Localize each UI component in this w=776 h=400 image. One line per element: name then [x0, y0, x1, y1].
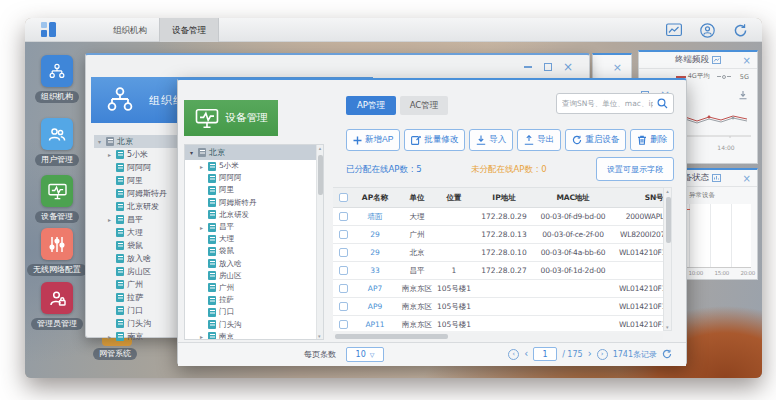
tree-item-label: 阿里: [127, 175, 143, 186]
refresh-icon[interactable]: [733, 23, 748, 38]
tree-item[interactable]: ▸ 大理: [185, 233, 323, 245]
tree-item[interactable]: ▸ 阿阿阿: [185, 172, 323, 184]
tree-item[interactable]: ▸ 昌平: [185, 221, 323, 233]
col-mac[interactable]: MAC地址: [537, 193, 609, 203]
sidebar-item-devices[interactable]: 设备管理: [40, 175, 74, 207]
row-checkbox[interactable]: [339, 248, 348, 257]
first-page-button[interactable]: ‹: [508, 349, 519, 360]
collapse-caret-icon[interactable]: ▾: [188, 149, 195, 156]
collapse-caret-icon[interactable]: ▾: [96, 138, 103, 145]
table-vertical-scrollbar[interactable]: ▴▾: [663, 187, 672, 331]
tree-item[interactable]: ▸ 放入啥: [185, 258, 323, 270]
user-account-icon[interactable]: [700, 23, 715, 38]
delete-button[interactable]: 删除: [630, 129, 674, 151]
expand-caret-icon[interactable]: ▸: [106, 216, 113, 223]
close-icon[interactable]: ×: [743, 173, 751, 184]
top-bar: 组织机构 设备管理: [25, 18, 762, 42]
table-row[interactable]: 墙面 大理 172.28.0.29 00-03-0f-d9-bd-00 2000…: [333, 208, 663, 226]
export-button[interactable]: 导出: [517, 129, 561, 151]
page-size-select[interactable]: 10 ▽: [346, 347, 384, 362]
tree-item[interactable]: ▸ 袋鼠: [185, 245, 323, 257]
device-monitor-icon: [41, 175, 73, 207]
row-checkbox[interactable]: [339, 302, 348, 311]
add-ap-button[interactable]: 新增AP: [346, 129, 400, 151]
table-horizontal-scrollbar[interactable]: [333, 333, 663, 340]
row-checkbox[interactable]: [339, 320, 348, 329]
tree-item[interactable]: ▸ 5小米: [185, 160, 323, 172]
close-icon[interactable]: ×: [613, 61, 622, 74]
mini-chart-icon[interactable]: [712, 174, 721, 182]
close-icon[interactable]: ×: [743, 55, 751, 66]
tree-scrollbar[interactable]: ▴▾: [316, 145, 323, 339]
tree-item-label: 昌平: [127, 214, 143, 225]
tab-ac-management[interactable]: AC管理: [400, 96, 448, 115]
row-checkbox[interactable]: [339, 284, 348, 293]
close-button[interactable]: ×: [561, 60, 575, 73]
ap-name-link[interactable]: AP9: [353, 302, 397, 311]
configure-fields-button[interactable]: 设置可显示字段: [596, 157, 674, 181]
tree-item[interactable]: ▸ 广州: [185, 282, 323, 294]
sidebar-item-wireless-config[interactable]: 无线网络配置: [40, 228, 74, 260]
row-checkbox[interactable]: [339, 212, 348, 221]
last-page-button[interactable]: ›: [597, 349, 608, 360]
expand-caret-icon[interactable]: ▸: [198, 224, 205, 231]
ap-name-link[interactable]: 29: [353, 230, 397, 239]
search-icon[interactable]: [657, 98, 668, 109]
tree-root[interactable]: ▾ 北京: [185, 145, 323, 160]
tree-item[interactable]: ▸ 门口: [185, 306, 323, 318]
ap-name-link[interactable]: 墙面: [353, 212, 397, 222]
expand-caret-icon[interactable]: ▸: [198, 333, 205, 340]
expand-caret-icon[interactable]: ▸: [106, 333, 113, 340]
sidebar-item-org[interactable]: 组织机构: [40, 55, 74, 87]
tree-item[interactable]: ▸ 北京研发: [185, 209, 323, 221]
ap-name-link[interactable]: AP11: [353, 320, 397, 329]
table-row[interactable]: 29 北京 172.28.0.10 00-03-0f-4a-bb-60 WL01…: [333, 244, 663, 262]
prev-page-button[interactable]: ‹: [524, 349, 528, 359]
table-row[interactable]: AP7 南京东区 105号楼14 WL014210F328000: [333, 280, 663, 298]
tab-org-structure[interactable]: 组织机构: [101, 18, 159, 42]
batch-edit-button[interactable]: 批量修改: [404, 129, 465, 151]
search-input[interactable]: [562, 99, 653, 108]
expand-caret-icon[interactable]: ▸: [198, 163, 205, 170]
ap-name-link[interactable]: AP7: [353, 284, 397, 293]
row-checkbox[interactable]: [339, 266, 348, 275]
table-row[interactable]: AP11 南京东区 105号楼18 WL014210F328000: [333, 316, 663, 331]
tree-item[interactable]: ▸ 门头沟: [185, 318, 323, 330]
ap-table: AP名称 单位 位置 IP地址 MAC地址 SN号 墙面 大理 172.28.0…: [333, 187, 663, 331]
ap-name-link[interactable]: 29: [353, 248, 397, 257]
org-chart-icon: [105, 86, 135, 114]
chart-icon[interactable]: [666, 23, 682, 37]
sidebar-item-admins[interactable]: 管理员管理: [40, 282, 74, 314]
reload-icon[interactable]: [662, 349, 672, 359]
col-ip[interactable]: IP地址: [471, 193, 537, 203]
tree-item[interactable]: ▸ 房山区: [185, 270, 323, 282]
restart-device-button[interactable]: 重启设备: [565, 129, 626, 151]
col-location[interactable]: 位置: [437, 193, 471, 203]
col-sn[interactable]: SN号: [609, 193, 663, 203]
search-box[interactable]: [556, 93, 674, 114]
minimize-button[interactable]: [521, 60, 535, 73]
tree-item[interactable]: ▸ 南京: [185, 331, 323, 340]
col-unit[interactable]: 单位: [397, 193, 437, 203]
ap-name-link[interactable]: 33: [353, 266, 397, 275]
tab-device-management[interactable]: 设备管理: [159, 18, 219, 42]
download-icon[interactable]: [738, 90, 748, 100]
row-checkbox[interactable]: [339, 230, 348, 239]
next-page-button[interactable]: ›: [588, 349, 592, 359]
col-ap-name[interactable]: AP名称: [353, 193, 397, 203]
table-row[interactable]: AP9 南京东区 105号楼16 WL014210F328000: [333, 298, 663, 316]
tree-item[interactable]: ▸ 拉萨: [185, 294, 323, 306]
table-row[interactable]: 33 昌平 1 172.28.0.27 00-03-0f-1d-2d-00: [333, 262, 663, 280]
expand-caret-icon[interactable]: ▸: [106, 151, 113, 158]
table-row[interactable]: 29 广州 172.28.0.13 00-03-0f-ce-2f-00 WL82…: [333, 226, 663, 244]
import-button[interactable]: 导入: [469, 129, 513, 151]
mini-chart-icon[interactable]: [712, 56, 721, 64]
tree-item[interactable]: ▸ 阿姆斯特丹: [185, 197, 323, 209]
cell-ip: 172.28.0.29: [471, 212, 537, 221]
tab-ap-management[interactable]: AP管理: [346, 96, 396, 115]
current-page-input[interactable]: 1: [533, 347, 557, 361]
select-all-checkbox[interactable]: [339, 193, 348, 202]
sidebar-item-users[interactable]: 用户管理: [40, 118, 74, 150]
maximize-button[interactable]: [541, 60, 555, 73]
tree-item[interactable]: ▸ 阿里: [185, 184, 323, 196]
